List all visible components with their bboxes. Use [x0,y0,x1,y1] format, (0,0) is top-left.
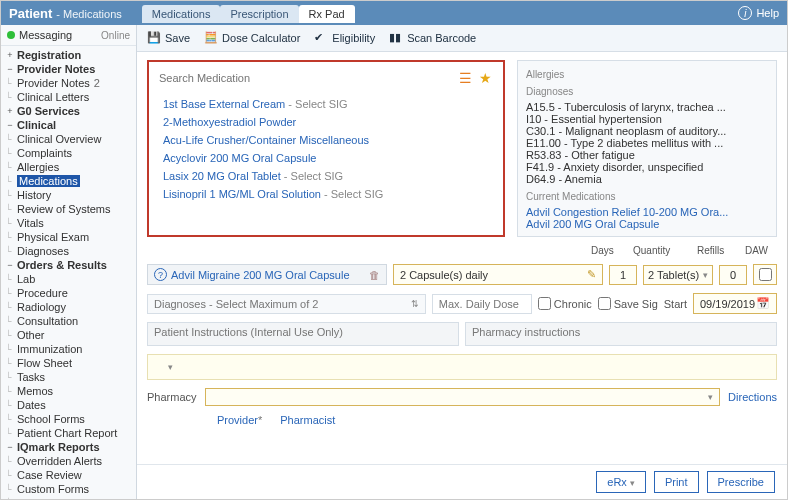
sidebar-item-clinical-letters[interactable]: └Clinical Letters [1,90,136,104]
sidebar-item-custom-forms[interactable]: └Custom Forms [1,482,136,496]
help-button[interactable]: i Help [738,6,779,20]
sidebar-item-vitals[interactable]: └Vitals [1,216,136,230]
provider-link[interactable]: Provider* [217,414,262,426]
sidebar-item-iqmark-reports[interactable]: −IQmark Reports [1,440,136,454]
save-icon: 💾 [147,31,161,45]
favorite-icon[interactable]: ★ [475,68,495,88]
tab-medications[interactable]: Medications [142,5,221,23]
medication-result[interactable]: Lasix 20 MG Oral Tablet - Select SIG [163,170,489,182]
messaging-row[interactable]: Messaging Online [1,25,136,46]
max-daily-dose-input[interactable]: Max. Daily Dose [432,294,532,314]
directions-link[interactable]: Directions [728,391,777,403]
pharmacy-instructions-input[interactable]: Pharmacy instructions [465,322,777,346]
sidebar-item-flow-sheet[interactable]: └Flow Sheet [1,356,136,370]
sidebar-item-diagnoses[interactable]: └Diagnoses [1,244,136,258]
save-button[interactable]: 💾Save [147,31,190,45]
barcode-icon: ▮▮ [389,31,403,45]
tab-prescription[interactable]: Prescription [220,5,298,23]
diagnosis-item[interactable]: A15.5 - Tuberculosis of larynx, trachea … [526,101,768,113]
sidebar-item-lab[interactable]: └Lab [1,272,136,286]
presence-dot-icon [7,31,15,39]
save-sig-checkbox[interactable]: Save Sig [598,297,658,310]
help-icon[interactable]: ? [154,268,167,281]
sidebar-item-school-forms[interactable]: └School Forms [1,412,136,426]
selected-medication-link[interactable]: Advil Migraine 200 MG Oral Capsule [171,269,350,281]
sidebar-item-review-of-systems[interactable]: └Review of Systems [1,202,136,216]
sidebar-item-provider-notes[interactable]: −Provider Notes [1,62,136,76]
sidebar-item-tasks[interactable]: └Tasks [1,370,136,384]
sidebar-item-history[interactable]: └History [1,188,136,202]
sidebar-item-dates[interactable]: └Dates [1,398,136,412]
eligibility-button[interactable]: ✔Eligibility [314,31,375,45]
sidebar-item-orders-results[interactable]: −Orders & Results [1,258,136,272]
sidebar-item-clinical-alerts[interactable]: └Clinical Alerts25 [1,496,136,499]
diagnosis-item[interactable]: E11.00 - Type 2 diabetes mellitus with .… [526,137,768,149]
list-view-icon[interactable]: ☰ [455,68,475,88]
sig-input[interactable]: 2 Capsule(s) daily✎ [393,264,603,285]
dose-calculator-button[interactable]: 🧮Dose Calculator [204,31,300,45]
quantity-input[interactable]: 2 Tablet(s)▾ [643,265,713,285]
selected-medication-bar: ? Advil Migraine 200 MG Oral Capsule 🗑 [147,264,387,285]
refills-input[interactable]: 0 [719,265,747,285]
sidebar-item-clinical-overview[interactable]: └Clinical Overview [1,132,136,146]
sidebar-item-g0-services[interactable]: +G0 Services [1,104,136,118]
sidebar-item-consultation[interactable]: └Consultation [1,314,136,328]
search-medication-input[interactable] [157,70,455,86]
prescribe-button[interactable]: Prescribe [707,471,775,493]
medication-result[interactable]: Acu-Life Crusher/Container Miscellaneous [163,134,489,146]
current-med-item[interactable]: Advil 200 MG Oral Capsule [526,218,768,230]
sidebar-item-case-review[interactable]: └Case Review [1,468,136,482]
pharmacy-select[interactable]: ▾ [205,388,721,406]
sidebar-item-overridden-alerts[interactable]: └Overridden Alerts [1,454,136,468]
toolbar: 💾Save 🧮Dose Calculator ✔Eligibility ▮▮Sc… [137,25,787,52]
diagnoses-heading: Diagnoses [526,86,768,97]
page-subtitle: - Medications [56,8,121,20]
pharmacist-link[interactable]: Pharmacist [280,414,335,426]
delete-icon[interactable]: 🗑 [369,269,380,281]
current-meds-heading: Current Medications [526,191,768,202]
dropdown-field[interactable]: ▾ [147,354,777,380]
page-title: Patient [9,6,52,21]
online-label: Online [101,30,130,41]
diagnosis-item[interactable]: D64.9 - Anemia [526,173,768,185]
sidebar-item-other[interactable]: └Other [1,328,136,342]
sidebar-item-registration[interactable]: +Registration [1,48,136,62]
sidebar-item-allergies[interactable]: └Allergies [1,160,136,174]
medication-result[interactable]: 2-Methoxyestradiol Powder [163,116,489,128]
diagnosis-item[interactable]: R53.83 - Other fatigue [526,149,768,161]
diagnosis-item[interactable]: C30.1 - Malignant neoplasm of auditory..… [526,125,768,137]
chronic-checkbox[interactable]: Chronic [538,297,592,310]
start-label: Start [664,298,687,310]
pharmacy-label: Pharmacy [147,391,197,403]
sidebar-item-clinical[interactable]: −Clinical [1,118,136,132]
print-button[interactable]: Print [654,471,699,493]
sidebar-item-medications[interactable]: └Medications [1,174,136,188]
column-labels: DaysQuantityRefillsDAW [147,245,777,256]
search-medication-panel: ☰ ★ 1st Base External Cream - Select SIG… [147,60,505,237]
scan-barcode-button[interactable]: ▮▮Scan Barcode [389,31,476,45]
days-input[interactable]: 1 [609,265,637,285]
sidebar-item-physical-exam[interactable]: └Physical Exam [1,230,136,244]
sidebar-item-provider-notes[interactable]: └Provider Notes2 [1,76,136,90]
daw-checkbox[interactable] [753,264,777,285]
medication-result[interactable]: Lisinopril 1 MG/ML Oral Solution - Selec… [163,188,489,200]
start-date-input[interactable]: 09/19/2019📅 [693,293,777,314]
diagnosis-item[interactable]: F41.9 - Anxiety disorder, unspecified [526,161,768,173]
sidebar-item-memos[interactable]: └Memos [1,384,136,398]
diagnosis-item[interactable]: I10 - Essential hypertension [526,113,768,125]
medication-result[interactable]: Acyclovir 200 MG Oral Capsule [163,152,489,164]
medication-result[interactable]: 1st Base External Cream - Select SIG [163,98,489,110]
patient-instructions-input[interactable]: Patient Instructions (Internal Use Only) [147,322,459,346]
sidebar-item-patient-chart-report[interactable]: └Patient Chart Report [1,426,136,440]
sidebar-item-complaints[interactable]: └Complaints [1,146,136,160]
sidebar-item-procedure[interactable]: └Procedure [1,286,136,300]
tab-rx-pad[interactable]: Rx Pad [299,5,355,23]
current-med-item[interactable]: Advil Congestion Relief 10-200 MG Ora... [526,206,768,218]
erx-button[interactable]: eRx ▾ [596,471,646,493]
calendar-icon: 📅 [756,297,770,310]
sidebar-item-radiology[interactable]: └Radiology [1,300,136,314]
diagnoses-select[interactable]: Diagnoses - Select Maximum of 2⇅ [147,294,426,314]
calculator-icon: 🧮 [204,31,218,45]
sidebar-item-immunization[interactable]: └Immunization [1,342,136,356]
pencil-icon: ✎ [587,268,596,281]
